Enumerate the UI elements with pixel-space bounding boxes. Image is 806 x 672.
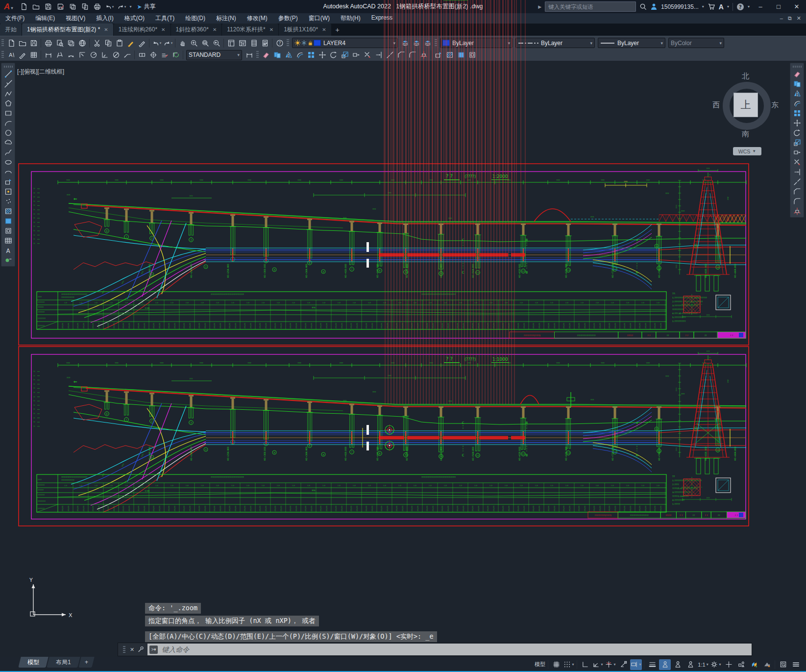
tab-close-icon[interactable]: ✕ — [213, 27, 217, 32]
array-button[interactable] — [305, 50, 317, 60]
search-icon[interactable] — [639, 3, 647, 10]
menu-1[interactable]: 编辑(E) — [30, 14, 60, 23]
tab-close-icon[interactable]: ✕ — [104, 27, 108, 32]
styleA-button[interactable]: A — [5, 50, 17, 60]
circle-button[interactable] — [2, 128, 14, 138]
pline-button[interactable] — [2, 89, 14, 99]
doc-button[interactable] — [18, 2, 29, 12]
explode-button[interactable] — [418, 50, 429, 60]
file-tab-5[interactable]: 1板拱1X160*✕ — [279, 24, 331, 36]
wcs-menu[interactable]: WCS▼ — [733, 147, 761, 155]
status-autoscale[interactable] — [672, 659, 684, 670]
file-tab-2[interactable]: 1连续刚构260*✕ — [114, 24, 171, 36]
preview-button[interactable] — [54, 38, 65, 48]
ltool-button[interactable] — [422, 38, 433, 48]
menu-9[interactable]: 参数(P) — [273, 14, 303, 23]
status-annotation-monitor[interactable] — [723, 659, 734, 670]
viewcube-east[interactable]: 东 — [771, 100, 779, 110]
dimlin-button[interactable] — [244, 50, 255, 60]
menu-5[interactable]: 工具(T) — [150, 14, 180, 23]
spline-button[interactable] — [2, 148, 14, 157]
polygon-button[interactable] — [2, 99, 14, 108]
menu-2[interactable]: 视图(V) — [60, 14, 91, 23]
arc-button[interactable] — [2, 118, 14, 128]
chamfer-button[interactable] — [791, 187, 803, 197]
calc-button[interactable] — [259, 38, 270, 48]
trim-button[interactable] — [362, 50, 373, 60]
layout1-tab[interactable]: 布局1 — [47, 657, 80, 668]
account-label[interactable]: 1505999135... — [661, 3, 699, 10]
props-button[interactable] — [225, 38, 237, 48]
menu-8[interactable]: 修改(M) — [242, 14, 273, 23]
folder-button[interactable] — [17, 38, 28, 48]
mirror-button[interactable] — [791, 89, 803, 99]
tableic-button[interactable] — [2, 236, 14, 246]
gradient-button[interactable] — [2, 216, 14, 226]
copy-button[interactable] — [271, 50, 283, 60]
point-button[interactable] — [2, 197, 14, 206]
undo-button[interactable]: ▾ — [104, 2, 115, 12]
menu-10[interactable]: 窗口(W) — [303, 14, 335, 23]
autodesk-a-icon[interactable]: A — [719, 3, 724, 11]
command-icon[interactable]: >▾ — [149, 646, 158, 654]
mirror-button[interactable] — [283, 50, 294, 60]
array-button[interactable] — [791, 108, 803, 118]
brushstyle-button[interactable] — [136, 38, 147, 48]
status-dynamic-input[interactable]: ▾ — [630, 659, 642, 670]
dimedit-button[interactable] — [159, 50, 170, 60]
move-button[interactable] — [791, 118, 803, 128]
status-snap[interactable]: ▾ — [563, 659, 575, 670]
insert-button[interactable] — [433, 50, 444, 60]
rect-button[interactable] — [2, 108, 14, 118]
status-grid[interactable] — [550, 659, 562, 670]
erase-button[interactable] — [791, 69, 803, 79]
copyclip-button[interactable] — [102, 38, 114, 48]
file-tab-3[interactable]: 1斜拉桥360*✕ — [171, 24, 222, 36]
printer-button[interactable] — [92, 2, 103, 12]
status-polar[interactable]: ▾ — [592, 659, 604, 670]
extend-button[interactable] — [791, 167, 803, 177]
redo-button[interactable]: ▾ — [162, 38, 173, 48]
help-chevron-icon[interactable]: ▾ — [748, 4, 750, 9]
status-isolate-objects[interactable] — [735, 659, 747, 670]
fillet-button[interactable] — [791, 197, 803, 206]
menu-3[interactable]: 插入(I) — [91, 14, 119, 23]
qleader-button[interactable] — [122, 50, 133, 60]
status-model-space[interactable]: 模型 — [534, 659, 546, 670]
search-input[interactable] — [545, 1, 636, 12]
folder-button[interactable] — [30, 2, 42, 12]
brushstyle-button[interactable] — [17, 50, 28, 60]
hatch-button[interactable] — [2, 206, 14, 216]
status-workspace-switching[interactable]: ▾ — [710, 659, 722, 670]
explode-button[interactable] — [791, 206, 803, 216]
maximize-button[interactable]: □ — [771, 3, 786, 10]
globe-button[interactable] — [76, 38, 88, 48]
drawing-canvas[interactable]: [-][俯视][二维线框] — [0, 61, 806, 657]
toolpal-button[interactable] — [248, 38, 259, 48]
close-button[interactable]: ✕ — [789, 3, 804, 10]
lineweight-dropdown[interactable]: ByLayer▾ — [598, 38, 665, 48]
ellipse-button[interactable] — [2, 157, 14, 167]
new-drawing-tab[interactable]: + — [332, 26, 343, 34]
status-fullscreen[interactable] — [777, 659, 789, 670]
cmd-grip[interactable] — [123, 646, 125, 653]
line-button[interactable] — [2, 69, 14, 79]
cloud-button[interactable] — [2, 138, 14, 148]
tablestyle-button[interactable] — [28, 50, 39, 60]
dimarc-button[interactable] — [65, 50, 76, 60]
viewcube-south[interactable]: 南 — [742, 129, 749, 139]
file-tab-4[interactable]: 1120米系杆拱*✕ — [222, 24, 278, 36]
earc-button[interactable] — [2, 167, 14, 177]
file-tab-0[interactable]: 开始 — [0, 24, 22, 36]
undo-button[interactable]: ▾ — [151, 38, 162, 48]
colordot-button[interactable] — [2, 255, 14, 265]
insert-button[interactable] — [2, 177, 14, 187]
viewcube[interactable]: 北 南 西 东 上 — [714, 72, 778, 140]
new-layout-tab[interactable]: + — [78, 657, 95, 668]
pan-button[interactable] — [177, 38, 188, 48]
status-osnap-tracking[interactable]: ▾ — [605, 659, 616, 670]
cmd-close-icon[interactable]: ✕ — [130, 647, 134, 653]
doc-close-button[interactable]: ✕ — [797, 15, 801, 22]
doc-restore-button[interactable]: ⧉ — [788, 15, 792, 22]
copy-button[interactable] — [791, 79, 803, 89]
